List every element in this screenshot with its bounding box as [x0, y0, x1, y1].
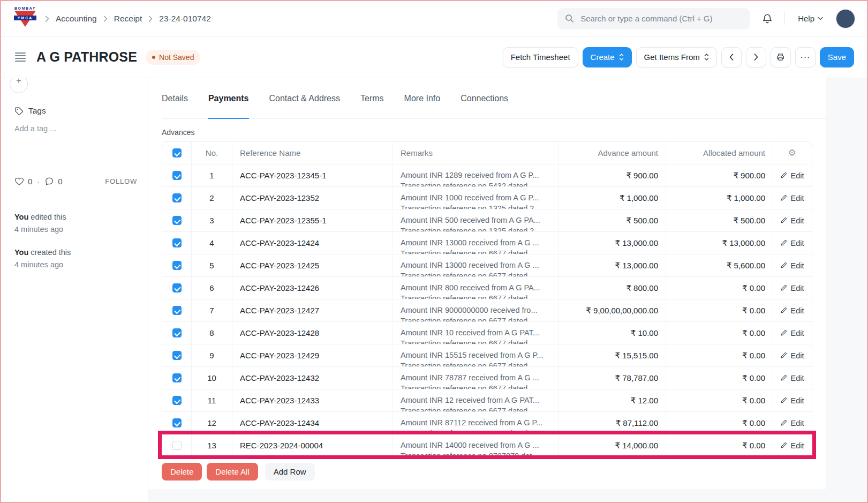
- edit-row-button[interactable]: Edit: [777, 304, 807, 317]
- row-checkbox[interactable]: [172, 328, 182, 337]
- allocated-amount-cell[interactable]: ₹ 0.00: [666, 389, 773, 411]
- allocated-amount-cell[interactable]: ₹ 0.00: [666, 344, 773, 366]
- advance-amount-cell[interactable]: ₹ 15,515.00: [559, 344, 666, 366]
- tab-connections[interactable]: Connections: [461, 78, 508, 118]
- remarks-cell[interactable]: Amount INR 13000 received from A G ... T…: [393, 232, 559, 254]
- edit-row-button[interactable]: Edit: [777, 327, 807, 340]
- row-checkbox[interactable]: [172, 306, 182, 315]
- allocated-amount-cell[interactable]: ₹ 1,000.00: [666, 187, 773, 209]
- reference-name-cell[interactable]: REC-2023-2024-00004: [232, 434, 393, 456]
- advance-amount-cell[interactable]: ₹ 800.00: [559, 277, 666, 299]
- edit-row-button[interactable]: Edit: [777, 417, 807, 430]
- reference-name-cell[interactable]: ACC-PAY-2023-12352: [232, 187, 393, 209]
- advance-amount-cell[interactable]: ₹ 14,000.00: [559, 434, 666, 456]
- edit-row-button[interactable]: Edit: [777, 439, 807, 452]
- select-all-checkbox[interactable]: [172, 148, 182, 157]
- advance-amount-cell[interactable]: ₹ 1,000.00: [559, 187, 666, 209]
- bombay-ymca-logo[interactable]: BOMBAY YMCA: [13, 6, 37, 31]
- reference-name-cell[interactable]: ACC-PAY-2023-12426: [232, 277, 393, 299]
- comments-button[interactable]: 0: [44, 177, 62, 186]
- grid-settings-gear-icon[interactable]: ⚙: [788, 148, 796, 157]
- help-menu[interactable]: Help: [795, 13, 826, 24]
- allocated-amount-cell[interactable]: ₹ 0.00: [666, 299, 773, 321]
- advance-amount-cell[interactable]: ₹ 10.00: [559, 322, 666, 344]
- reference-name-cell[interactable]: ACC-PAY-2023-12345-1: [232, 164, 393, 186]
- breadcrumb-item-1[interactable]: Accounting: [56, 14, 97, 24]
- row-checkbox[interactable]: [172, 418, 182, 427]
- advance-amount-cell[interactable]: ₹ 12.00: [559, 389, 666, 411]
- reference-name-cell[interactable]: ACC-PAY-2023-12424: [232, 232, 393, 254]
- edit-row-button[interactable]: Edit: [777, 237, 807, 250]
- allocated-amount-cell[interactable]: ₹ 0.00: [666, 412, 773, 434]
- edit-row-button[interactable]: Edit: [777, 282, 807, 295]
- allocated-amount-cell[interactable]: ₹ 13,000.00: [666, 232, 773, 254]
- save-button[interactable]: Save: [820, 47, 854, 67]
- remarks-cell[interactable]: Amount INR 1289 received from A G P... T…: [393, 164, 559, 186]
- remarks-cell[interactable]: Amount INR 12 received from A G PAT... T…: [393, 389, 559, 411]
- assign-button[interactable]: +: [10, 78, 28, 93]
- row-checkbox[interactable]: [172, 261, 182, 270]
- reference-name-cell[interactable]: ACC-PAY-2023-12428: [232, 322, 393, 344]
- create-button[interactable]: Create: [583, 47, 632, 67]
- like-button[interactable]: 0: [14, 177, 32, 186]
- row-checkbox[interactable]: [172, 396, 182, 405]
- tab-payments[interactable]: Payments: [208, 78, 249, 118]
- reference-name-cell[interactable]: ACC-PAY-2023-12427: [232, 299, 393, 321]
- remarks-cell[interactable]: Amount INR 15515 received from A G P... …: [393, 344, 559, 366]
- edit-row-button[interactable]: Edit: [777, 169, 807, 182]
- notifications-button[interactable]: [760, 11, 775, 26]
- print-button[interactable]: [771, 47, 791, 67]
- remarks-cell[interactable]: Amount INR 87112 received from A G P... …: [393, 412, 559, 434]
- row-checkbox[interactable]: [172, 216, 182, 225]
- advance-amount-cell[interactable]: ₹ 900.00: [559, 164, 666, 186]
- reference-name-cell[interactable]: ACC-PAY-2023-12355-1: [232, 209, 393, 231]
- more-options-button[interactable]: ···: [795, 47, 816, 67]
- edit-row-button[interactable]: Edit: [777, 394, 807, 407]
- remarks-cell[interactable]: Amount INR 13000 received from A G ... T…: [393, 254, 559, 276]
- search-field[interactable]: [579, 13, 743, 24]
- advance-amount-cell[interactable]: ₹ 9,00,00,00,000.00: [559, 299, 666, 321]
- previous-document-button[interactable]: [721, 47, 742, 67]
- tab-terms[interactable]: Terms: [360, 78, 384, 118]
- edit-row-button[interactable]: Edit: [777, 192, 807, 205]
- add-row-button[interactable]: Add Row: [265, 463, 315, 481]
- tab-details[interactable]: Details: [162, 78, 188, 118]
- row-checkbox[interactable]: [172, 441, 182, 450]
- advance-amount-cell[interactable]: ₹ 87,112.00: [559, 412, 666, 434]
- edit-row-button[interactable]: Edit: [777, 372, 807, 385]
- allocated-amount-cell[interactable]: ₹ 0.00: [666, 322, 773, 344]
- edit-row-button[interactable]: Edit: [777, 259, 807, 272]
- allocated-amount-cell[interactable]: ₹ 5,600.00: [666, 254, 773, 276]
- reference-name-cell[interactable]: ACC-PAY-2023-12429: [232, 344, 393, 366]
- remarks-cell[interactable]: Amount INR 1000 received from A G P... T…: [393, 187, 559, 209]
- allocated-amount-cell[interactable]: ₹ 0.00: [666, 434, 773, 456]
- delete-all-button[interactable]: Delete All: [207, 463, 258, 481]
- fetch-timesheet-button[interactable]: Fetch Timesheet: [503, 47, 578, 67]
- remarks-cell[interactable]: Amount INR 500 received from A G PA... T…: [393, 209, 559, 231]
- reference-name-cell[interactable]: ACC-PAY-2023-12432: [232, 367, 393, 389]
- row-checkbox[interactable]: [172, 193, 182, 202]
- get-items-from-button[interactable]: Get Items From: [636, 47, 717, 67]
- advance-amount-cell[interactable]: ₹ 13,000.00: [559, 232, 666, 254]
- breadcrumb-item-3[interactable]: 23-24-010742: [159, 14, 211, 24]
- menu-icon[interactable]: [13, 50, 28, 64]
- advance-amount-cell[interactable]: ₹ 78,787.00: [559, 367, 666, 389]
- remarks-cell[interactable]: Amount INR 9000000000 received fro... Tr…: [393, 299, 559, 321]
- edit-row-button[interactable]: Edit: [777, 349, 807, 362]
- advance-amount-cell[interactable]: ₹ 13,000.00: [559, 254, 666, 276]
- next-document-button[interactable]: [746, 47, 766, 67]
- advance-amount-cell[interactable]: ₹ 500.00: [559, 209, 666, 231]
- tab-more-info[interactable]: More Info: [404, 78, 441, 118]
- row-checkbox[interactable]: [172, 238, 182, 247]
- reference-name-cell[interactable]: ACC-PAY-2023-12434: [232, 412, 393, 434]
- row-checkbox[interactable]: [172, 351, 182, 360]
- allocated-amount-cell[interactable]: ₹ 500.00: [666, 209, 773, 231]
- tab-contact-address[interactable]: Contact & Address: [269, 78, 341, 118]
- follow-button[interactable]: FOLLOW: [105, 177, 137, 185]
- row-checkbox[interactable]: [172, 373, 182, 382]
- remarks-cell[interactable]: Amount INR 800 received from A G PA... T…: [393, 277, 559, 299]
- breadcrumb-item-2[interactable]: Receipt: [114, 14, 142, 24]
- remarks-cell[interactable]: Amount INR 10 received from A G PAT... T…: [393, 322, 559, 344]
- search-input[interactable]: [557, 8, 750, 29]
- remarks-cell[interactable]: Amount INR 78787 received from A G ... T…: [393, 367, 559, 389]
